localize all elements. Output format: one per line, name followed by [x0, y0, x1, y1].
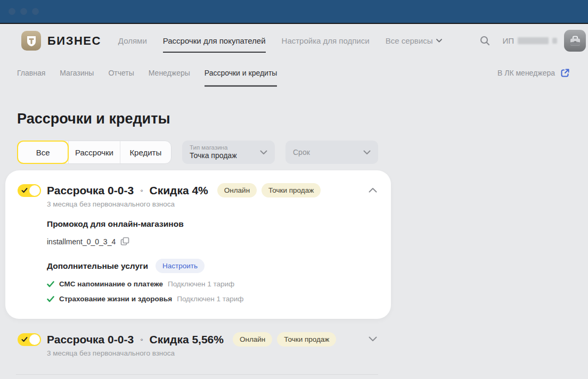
section-nav: Главная Магазины Отчеты Менеджеры Рассро…: [0, 57, 588, 88]
subnav-item-managers[interactable]: Менеджеры: [149, 57, 190, 88]
service-row-insurance: Страхование жизни и здоровья Подключен 1…: [47, 295, 378, 303]
type-segmented-control: Все Рассрочки Кредиты: [17, 141, 172, 164]
segment-credits[interactable]: Кредиты: [120, 141, 171, 163]
toggle-knob: [29, 185, 40, 196]
service-status: Подключен 1 тариф: [177, 295, 243, 303]
window-title-bar: [0, 0, 588, 24]
badges: Онлайн Точки продаж: [217, 183, 321, 197]
header-right-area: ИП: [479, 24, 586, 57]
nav-item-installments-for-buyers[interactable]: Рассрочки для покупателей: [163, 24, 266, 57]
checkmark-icon: [21, 336, 28, 343]
dropdown-content: Тип магазина Точка продаж: [190, 144, 237, 161]
toggle-knob: [29, 334, 40, 345]
dropdown-value: Точка продаж: [190, 151, 237, 161]
service-name: Страхование жизни и здоровья: [59, 295, 172, 303]
installment-card-collapsed: Рассрочка 0-0-3 ◦ Скидка 5,56% Онлайн То…: [5, 332, 391, 357]
subnav-item-label: Магазины: [60, 69, 94, 77]
promo-heading: Промокод для онлайн-магазинов: [47, 219, 378, 229]
green-checkmark-icon: [47, 281, 54, 287]
title-separator: ◦: [140, 186, 143, 195]
dropdown-label: Тип магазина: [190, 144, 237, 151]
services-heading: Дополнительные услуги: [47, 261, 148, 271]
nav-item-label: Рассрочки для покупателей: [163, 36, 266, 45]
installment-discount: Скидка 4%: [149, 184, 208, 197]
subnav-item-shops[interactable]: Магазины: [60, 57, 94, 88]
nav-item-label: Все сервисы: [386, 36, 433, 45]
window-control-dot[interactable]: [9, 8, 15, 15]
nav-item-signature-settings[interactable]: Настройка для подписи: [282, 24, 370, 57]
collapse-chevron-up-icon[interactable]: [369, 187, 377, 193]
title-separator: ◦: [140, 335, 143, 344]
installment-toggle-on[interactable]: [18, 333, 41, 346]
promo-code-value: installment_0_0_3_4: [47, 237, 116, 246]
expand-chevron-down-icon[interactable]: [369, 336, 377, 342]
nav-item-label: Долями: [118, 36, 147, 45]
chevron-down-icon: [363, 150, 371, 155]
window-control-dot[interactable]: [20, 8, 27, 15]
installment-title: Рассрочка 0-0-3: [47, 333, 134, 346]
segment-label: Рассрочки: [75, 148, 113, 157]
brand-name: БИЗНЕС: [47, 34, 101, 48]
badges: Онлайн Точки продаж: [233, 332, 336, 347]
nav-item-label: Настройка для подписи: [282, 36, 370, 45]
brand-logo[interactable]: БИЗНЕС: [21, 24, 101, 57]
service-name: СМС напоминание о платеже: [59, 280, 163, 288]
subnav-item-label: Отчеты: [108, 69, 134, 77]
installment-header-row: Рассрочка 0-0-3 ◦ Скидка 4% Онлайн Точки…: [18, 183, 378, 197]
promo-code-row: installment_0_0_3_4: [47, 237, 378, 246]
manager-cabinet-link-label: В ЛК менеджера: [497, 69, 555, 77]
installment-header-row: Рассрочка 0-0-3 ◦ Скидка 5,56% Онлайн То…: [18, 332, 378, 347]
filters-bar: Все Рассрочки Кредиты Тип магазина Точка…: [17, 141, 588, 164]
profile-avatar-briefcase-icon[interactable]: [564, 30, 586, 52]
segment-label: Все: [36, 148, 50, 157]
channel-badge-pos: Точки продаж: [277, 332, 336, 347]
segment-label: Кредиты: [129, 148, 161, 157]
green-checkmark-icon: [47, 296, 54, 302]
account-name-redacted: [552, 38, 557, 44]
installment-subtitle: 3 месяца без первоначального взноса: [47, 200, 378, 208]
subnav-item-home[interactable]: Главная: [17, 57, 45, 88]
search-icon[interactable]: [479, 35, 491, 46]
nav-item-all-services[interactable]: Все сервисы: [386, 24, 443, 57]
list-divider: [16, 374, 378, 375]
manager-cabinet-link[interactable]: В ЛК менеджера: [497, 68, 570, 78]
window-control-dot[interactable]: [32, 8, 39, 15]
external-link-icon: [560, 68, 570, 78]
t-shield-logo-icon: [21, 31, 41, 51]
account-selector[interactable]: ИП: [502, 36, 557, 45]
services-header-row: Дополнительные услуги Настроить: [47, 259, 378, 273]
installment-title: Рассрочка 0-0-3: [47, 184, 134, 197]
installment-details: Промокод для онлайн-магазинов installmen…: [47, 219, 378, 303]
dropdown-placeholder: Срок: [293, 148, 310, 156]
service-row-sms: СМС напоминание о платеже Подключен 1 та…: [47, 280, 378, 288]
subnav-item-label: Главная: [17, 69, 45, 77]
shop-type-dropdown[interactable]: Тип магазина Точка продаж: [182, 141, 275, 164]
configure-services-button[interactable]: Настроить: [156, 259, 205, 273]
installment-toggle-on[interactable]: [18, 184, 41, 197]
copy-icon[interactable]: [120, 237, 129, 246]
segment-installments[interactable]: Рассрочки: [69, 141, 120, 163]
app-header: БИЗНЕС Долями Рассрочки для покупателей …: [0, 24, 588, 57]
channel-badge-online: Онлайн: [217, 183, 257, 197]
installment-subtitle: 3 месяца без первоначального взноса: [47, 349, 378, 357]
channel-badge-pos: Точки продаж: [262, 183, 321, 197]
subnav-item-reports[interactable]: Отчеты: [108, 57, 134, 88]
page-title: Рассрочки и кредиты: [17, 111, 588, 127]
checkmark-icon: [21, 187, 28, 194]
account-name-redacted: [518, 37, 549, 44]
nav-item-dolyami[interactable]: Долями: [118, 24, 147, 57]
term-dropdown[interactable]: Срок: [285, 141, 378, 164]
installment-card-expanded: Рассрочка 0-0-3 ◦ Скидка 4% Онлайн Точки…: [5, 170, 391, 319]
primary-nav: Долями Рассрочки для покупателей Настрой…: [118, 24, 443, 57]
channel-badge-online: Онлайн: [233, 332, 272, 347]
subnav-item-label: Рассрочки и кредиты: [205, 69, 277, 77]
subnav-item-label: Менеджеры: [149, 69, 190, 77]
installment-discount: Скидка 5,56%: [149, 333, 223, 346]
chevron-down-icon: [436, 39, 442, 43]
service-status: Подключен 1 тариф: [168, 280, 234, 288]
chevron-down-icon: [260, 150, 267, 155]
segment-all[interactable]: Все: [18, 141, 69, 163]
account-type-label: ИП: [502, 36, 514, 45]
subnav-item-installments-credits[interactable]: Рассрочки и кредиты: [205, 57, 277, 88]
